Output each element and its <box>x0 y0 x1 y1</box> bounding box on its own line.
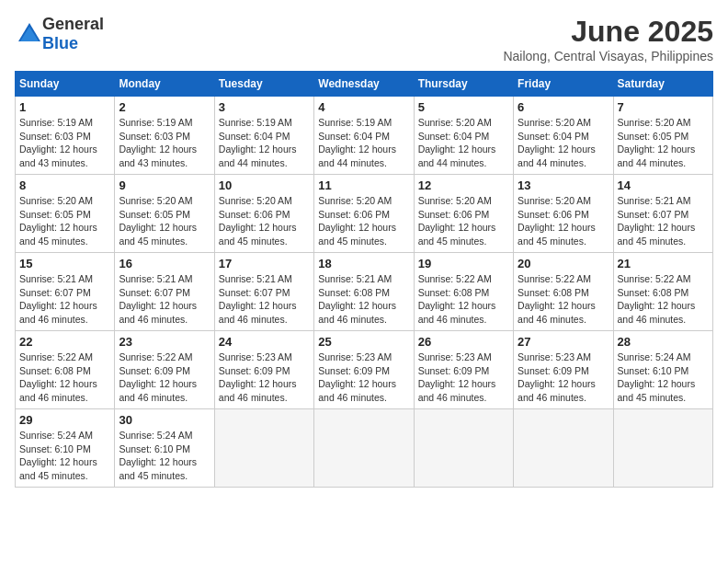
calendar-cell: 11Sunrise: 5:20 AM Sunset: 6:06 PM Dayli… <box>314 175 414 253</box>
logo-icon <box>17 21 42 47</box>
calendar-cell: 12Sunrise: 5:20 AM Sunset: 6:06 PM Dayli… <box>414 175 513 253</box>
calendar-cell: 22Sunrise: 5:22 AM Sunset: 6:08 PM Dayli… <box>16 331 115 409</box>
calendar-cell: 25Sunrise: 5:23 AM Sunset: 6:09 PM Dayli… <box>314 331 414 409</box>
day-info: Sunrise: 5:19 AM Sunset: 6:03 PM Dayligh… <box>19 116 110 170</box>
calendar-cell: 21Sunrise: 5:22 AM Sunset: 6:08 PM Dayli… <box>613 253 712 331</box>
header-sunday: Sunday <box>16 72 115 97</box>
week-row-3: 15Sunrise: 5:21 AM Sunset: 6:07 PM Dayli… <box>16 253 713 331</box>
calendar-cell: 1Sunrise: 5:19 AM Sunset: 6:03 PM Daylig… <box>16 97 115 175</box>
day-info: Sunrise: 5:19 AM Sunset: 6:03 PM Dayligh… <box>119 116 210 170</box>
calendar-cell: 30Sunrise: 5:24 AM Sunset: 6:10 PM Dayli… <box>115 409 214 488</box>
calendar-cell <box>314 409 414 488</box>
day-info: Sunrise: 5:22 AM Sunset: 6:08 PM Dayligh… <box>19 350 110 405</box>
day-number: 16 <box>119 257 210 270</box>
header-monday: Monday <box>115 72 214 97</box>
day-number: 18 <box>318 257 409 270</box>
day-info: Sunrise: 5:22 AM Sunset: 6:08 PM Dayligh… <box>518 272 609 327</box>
day-number: 2 <box>119 100 210 114</box>
header: General Blue June 2025 Nailong, Central … <box>15 15 713 63</box>
calendar-cell <box>214 409 313 488</box>
logo-general: General <box>42 15 104 33</box>
calendar-cell: 18Sunrise: 5:21 AM Sunset: 6:08 PM Dayli… <box>314 253 414 331</box>
day-info: Sunrise: 5:24 AM Sunset: 6:10 PM Dayligh… <box>119 429 210 483</box>
header-saturday: Saturday <box>613 72 712 97</box>
calendar-cell: 20Sunrise: 5:22 AM Sunset: 6:08 PM Dayli… <box>514 253 613 331</box>
header-tuesday: Tuesday <box>214 72 313 97</box>
day-number: 7 <box>618 100 709 114</box>
day-info: Sunrise: 5:19 AM Sunset: 6:04 PM Dayligh… <box>219 116 310 170</box>
header-wednesday: Wednesday <box>314 72 414 97</box>
day-number: 11 <box>318 178 409 192</box>
day-info: Sunrise: 5:24 AM Sunset: 6:10 PM Dayligh… <box>618 350 709 405</box>
day-info: Sunrise: 5:21 AM Sunset: 6:07 PM Dayligh… <box>219 272 310 327</box>
calendar-cell <box>613 409 712 488</box>
day-info: Sunrise: 5:20 AM Sunset: 6:06 PM Dayligh… <box>418 194 509 248</box>
location: Nailong, Central Visayas, Philippines <box>503 49 713 63</box>
day-number: 25 <box>318 335 409 349</box>
day-number: 20 <box>518 257 609 270</box>
day-info: Sunrise: 5:24 AM Sunset: 6:10 PM Dayligh… <box>19 429 110 483</box>
calendar-cell: 10Sunrise: 5:20 AM Sunset: 6:06 PM Dayli… <box>214 175 313 253</box>
calendar-cell: 3Sunrise: 5:19 AM Sunset: 6:04 PM Daylig… <box>214 97 313 175</box>
calendar-cell: 13Sunrise: 5:20 AM Sunset: 6:06 PM Dayli… <box>514 175 613 253</box>
week-row-4: 22Sunrise: 5:22 AM Sunset: 6:08 PM Dayli… <box>16 331 713 409</box>
day-number: 28 <box>618 335 709 349</box>
day-info: Sunrise: 5:21 AM Sunset: 6:08 PM Dayligh… <box>318 272 409 327</box>
day-info: Sunrise: 5:20 AM Sunset: 6:06 PM Dayligh… <box>219 194 310 248</box>
day-number: 10 <box>219 178 310 192</box>
day-number: 26 <box>418 335 509 349</box>
calendar-cell: 24Sunrise: 5:23 AM Sunset: 6:09 PM Dayli… <box>214 331 313 409</box>
day-info: Sunrise: 5:23 AM Sunset: 6:09 PM Dayligh… <box>418 350 509 405</box>
day-info: Sunrise: 5:20 AM Sunset: 6:05 PM Dayligh… <box>119 194 210 248</box>
day-info: Sunrise: 5:21 AM Sunset: 6:07 PM Dayligh… <box>19 272 110 327</box>
header-friday: Friday <box>514 72 613 97</box>
day-info: Sunrise: 5:23 AM Sunset: 6:09 PM Dayligh… <box>219 350 310 405</box>
day-number: 12 <box>418 178 509 192</box>
day-number: 17 <box>219 257 310 270</box>
day-number: 23 <box>119 335 210 349</box>
calendar-cell: 29Sunrise: 5:24 AM Sunset: 6:10 PM Dayli… <box>16 409 115 488</box>
logo: General Blue <box>15 15 104 53</box>
week-row-5: 29Sunrise: 5:24 AM Sunset: 6:10 PM Dayli… <box>16 409 713 488</box>
day-number: 5 <box>418 100 509 114</box>
day-info: Sunrise: 5:20 AM Sunset: 6:04 PM Dayligh… <box>418 116 509 170</box>
day-number: 30 <box>119 413 210 427</box>
calendar-cell: 15Sunrise: 5:21 AM Sunset: 6:07 PM Dayli… <box>16 253 115 331</box>
day-number: 6 <box>518 100 609 114</box>
calendar-cell: 9Sunrise: 5:20 AM Sunset: 6:05 PM Daylig… <box>115 175 214 253</box>
calendar-cell <box>414 409 513 488</box>
week-row-1: 1Sunrise: 5:19 AM Sunset: 6:03 PM Daylig… <box>16 97 713 175</box>
day-info: Sunrise: 5:19 AM Sunset: 6:04 PM Dayligh… <box>318 116 409 170</box>
day-info: Sunrise: 5:20 AM Sunset: 6:06 PM Dayligh… <box>518 194 609 248</box>
calendar-cell: 14Sunrise: 5:21 AM Sunset: 6:07 PM Dayli… <box>613 175 712 253</box>
day-number: 14 <box>618 178 709 192</box>
calendar-cell: 19Sunrise: 5:22 AM Sunset: 6:08 PM Dayli… <box>414 253 513 331</box>
calendar-cell: 5Sunrise: 5:20 AM Sunset: 6:04 PM Daylig… <box>414 97 513 175</box>
day-number: 13 <box>518 178 609 192</box>
day-number: 9 <box>119 178 210 192</box>
day-info: Sunrise: 5:22 AM Sunset: 6:08 PM Dayligh… <box>618 272 709 327</box>
day-info: Sunrise: 5:20 AM Sunset: 6:05 PM Dayligh… <box>19 194 110 248</box>
logo-text: General Blue <box>42 15 104 53</box>
calendar-cell: 7Sunrise: 5:20 AM Sunset: 6:05 PM Daylig… <box>613 97 712 175</box>
calendar-cell: 8Sunrise: 5:20 AM Sunset: 6:05 PM Daylig… <box>16 175 115 253</box>
day-info: Sunrise: 5:21 AM Sunset: 6:07 PM Dayligh… <box>119 272 210 327</box>
day-number: 8 <box>19 178 110 192</box>
calendar-cell: 27Sunrise: 5:23 AM Sunset: 6:09 PM Dayli… <box>514 331 613 409</box>
day-info: Sunrise: 5:21 AM Sunset: 6:07 PM Dayligh… <box>618 194 709 248</box>
day-info: Sunrise: 5:20 AM Sunset: 6:06 PM Dayligh… <box>318 194 409 248</box>
calendar-cell: 16Sunrise: 5:21 AM Sunset: 6:07 PM Dayli… <box>115 253 214 331</box>
calendar-cell: 28Sunrise: 5:24 AM Sunset: 6:10 PM Dayli… <box>613 331 712 409</box>
day-info: Sunrise: 5:20 AM Sunset: 6:04 PM Dayligh… <box>518 116 609 170</box>
month-year: June 2025 <box>503 15 713 49</box>
day-number: 19 <box>418 257 509 270</box>
day-number: 3 <box>219 100 310 114</box>
day-info: Sunrise: 5:20 AM Sunset: 6:05 PM Dayligh… <box>618 116 709 170</box>
title-area: June 2025 Nailong, Central Visayas, Phil… <box>503 15 713 63</box>
calendar-cell: 17Sunrise: 5:21 AM Sunset: 6:07 PM Dayli… <box>214 253 313 331</box>
day-info: Sunrise: 5:22 AM Sunset: 6:09 PM Dayligh… <box>119 350 210 405</box>
week-row-2: 8Sunrise: 5:20 AM Sunset: 6:05 PM Daylig… <box>16 175 713 253</box>
calendar-cell: 6Sunrise: 5:20 AM Sunset: 6:04 PM Daylig… <box>514 97 613 175</box>
calendar-cell: 4Sunrise: 5:19 AM Sunset: 6:04 PM Daylig… <box>314 97 414 175</box>
calendar-cell <box>514 409 613 488</box>
